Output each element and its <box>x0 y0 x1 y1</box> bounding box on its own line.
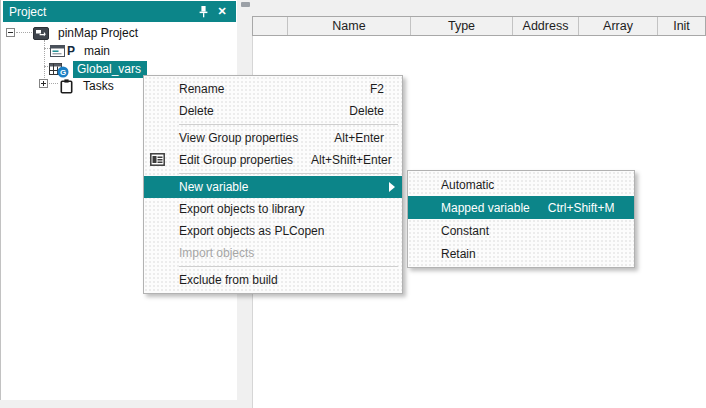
close-icon[interactable]: ✕ <box>214 4 230 19</box>
tree-item-main[interactable]: P main <box>50 43 110 59</box>
column-header-array[interactable]: Array <box>579 17 658 35</box>
tree-expander-collapse[interactable] <box>6 28 15 37</box>
shortcut: F2 <box>352 82 384 96</box>
submenu-arrow-icon <box>389 182 395 192</box>
tree-expander-expand[interactable] <box>39 79 48 88</box>
context-menu-item-view-group-properties[interactable]: View Group properties Alt+Enter <box>144 127 402 149</box>
submenu-item-retain[interactable]: Retain <box>408 242 634 265</box>
global-vars-icon: G <box>49 61 73 77</box>
submenu-item-constant[interactable]: Constant <box>408 219 634 242</box>
menu-separator <box>179 266 398 267</box>
program-letter: P <box>67 44 75 58</box>
shortcut: Ctrl+Shift+M <box>530 201 615 215</box>
tree-item-project-root[interactable]: pinMap Project <box>33 25 138 41</box>
tree-item-label[interactable]: Tasks <box>83 79 114 93</box>
tree-item-label[interactable]: main <box>84 44 110 58</box>
toolbar-icon[interactable] <box>241 2 250 7</box>
context-menu-item-export-objects-as-plcopen[interactable]: Export objects as PLCopen <box>144 220 402 242</box>
menu-separator <box>179 124 398 125</box>
column-header-row[interactable] <box>253 17 288 35</box>
tree-item-global-vars[interactable]: G Global_vars <box>49 61 147 77</box>
variables-table-header: Name Type Address Array Init <box>252 16 706 36</box>
menu-separator <box>179 173 398 174</box>
tree-item-label-selected[interactable]: Global_vars <box>73 61 147 78</box>
context-menu-item-new-variable[interactable]: New variable <box>144 176 402 198</box>
tree-item-tasks[interactable]: Tasks <box>60 78 114 94</box>
pin-icon[interactable] <box>195 4 211 19</box>
shortcut: Delete <box>331 104 384 118</box>
column-header-type[interactable]: Type <box>411 17 513 35</box>
column-header-address[interactable]: Address <box>513 17 579 35</box>
context-menu: Rename F2 Delete Delete View Group prope… <box>143 75 403 294</box>
project-panel-header[interactable]: Project ✕ <box>3 1 236 22</box>
tree-item-label[interactable]: pinMap Project <box>58 26 138 40</box>
svg-text:G: G <box>60 68 66 77</box>
tree-connector <box>16 32 32 33</box>
shortcut: Alt+Enter <box>316 131 384 145</box>
context-menu-item-rename[interactable]: Rename F2 <box>144 78 402 100</box>
submenu-item-automatic[interactable]: Automatic <box>408 173 634 196</box>
tree-connector <box>49 83 58 84</box>
context-menu-item-export-objects-to-library[interactable]: Export objects to library <box>144 198 402 220</box>
tasks-icon <box>60 79 73 94</box>
context-menu-item-exclude-from-build[interactable]: Exclude from build <box>144 269 402 291</box>
context-menu-item-delete[interactable]: Delete Delete <box>144 100 402 122</box>
context-menu-item-edit-group-properties[interactable]: Edit Group properties Alt+Shift+Enter <box>144 149 402 171</box>
panel-title: Project <box>9 5 46 19</box>
project-icon <box>33 27 49 40</box>
properties-form-icon <box>150 153 165 166</box>
column-header-init[interactable]: Init <box>658 17 705 35</box>
context-menu-item-import-objects: Import objects <box>144 242 402 264</box>
program-icon <box>50 45 65 57</box>
submenu-item-mapped-variable[interactable]: Mapped variable Ctrl+Shift+M <box>408 196 634 219</box>
column-header-name[interactable]: Name <box>288 17 411 35</box>
tree-connector <box>44 40 45 84</box>
shortcut: Alt+Shift+Enter <box>293 153 392 167</box>
submenu-new-variable: Automatic Mapped variable Ctrl+Shift+M C… <box>407 170 635 268</box>
